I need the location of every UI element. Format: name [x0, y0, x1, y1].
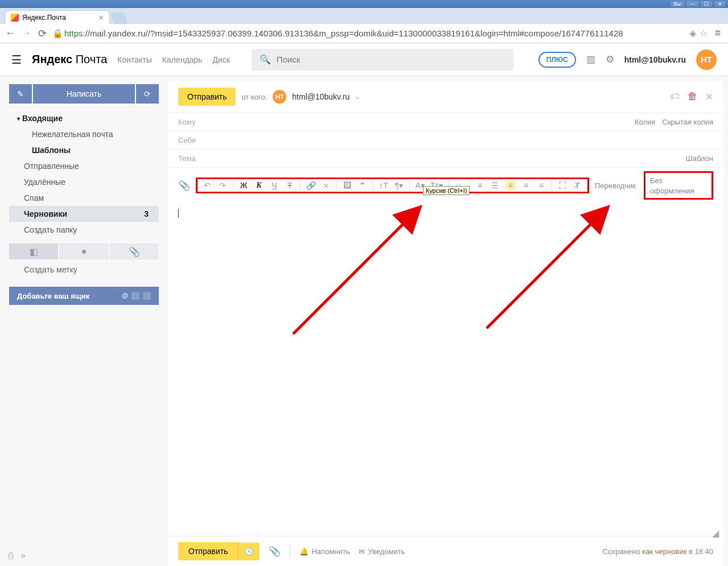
- logo[interactable]: Яндекс Почта: [32, 53, 107, 66]
- folder-deleted[interactable]: Удалённые: [9, 174, 159, 190]
- subject-label: Тема: [178, 154, 196, 163]
- folder-junk[interactable]: Нежелательная почта: [9, 126, 159, 142]
- send-button[interactable]: Отправить: [178, 88, 236, 106]
- align-center-icon[interactable]: ≡: [521, 181, 531, 190]
- lineheight-icon[interactable]: ↕T: [379, 181, 389, 190]
- bold-icon[interactable]: Ж: [238, 181, 249, 190]
- address-bar: ← → ⟳ 🔒 https://mail.yandex.ru//?msid=15…: [0, 24, 728, 43]
- bcc-link[interactable]: Скрытая копия: [662, 118, 713, 126]
- translator-link[interactable]: Переводчик: [595, 181, 636, 190]
- nav-contacts[interactable]: Контакты: [117, 55, 151, 64]
- attach-icon[interactable]: 📎: [178, 180, 190, 192]
- avatar[interactable]: НТ: [696, 49, 717, 70]
- plus-button[interactable]: ПЛЮС: [538, 52, 576, 68]
- folder-templates[interactable]: Шаблоны: [9, 142, 159, 158]
- cc-link[interactable]: Копия: [635, 118, 655, 126]
- italic-icon[interactable]: К: [254, 181, 264, 190]
- back-button[interactable]: ←: [5, 27, 16, 39]
- strike-icon[interactable]: Ŧ: [285, 181, 295, 190]
- user-menu-button[interactable]: Вы: [671, 1, 684, 7]
- nav-disk[interactable]: Диск: [212, 55, 229, 64]
- folder-spam[interactable]: Спам: [9, 190, 159, 206]
- clear-format-icon[interactable]: T̸: [573, 181, 583, 190]
- underline-icon[interactable]: Ч: [269, 181, 279, 190]
- to-label: Кому: [178, 118, 195, 126]
- create-folder[interactable]: Создать папку: [9, 222, 159, 238]
- bulletlist-icon[interactable]: ☰: [490, 181, 500, 190]
- compose-footer: Отправить 🕓 📎 🔔Напомнить ✉Уведомить Сохр…: [168, 536, 723, 566]
- annotation-arrow-2: [475, 197, 618, 340]
- from-email[interactable]: html@10bukv.ru: [292, 92, 349, 101]
- user-email[interactable]: html@10bukv.ru: [624, 55, 686, 64]
- status-bar: ⎙ »: [0, 546, 34, 566]
- browser-menu-icon[interactable]: ≡: [712, 27, 723, 39]
- minimize-button[interactable]: —: [686, 1, 698, 7]
- folder-drafts[interactable]: Черновики 3: [9, 206, 159, 222]
- close-window-button[interactable]: ✕: [714, 1, 726, 7]
- image-icon[interactable]: 🖼: [342, 181, 352, 190]
- send-button-footer[interactable]: Отправить: [178, 542, 238, 560]
- quote-icon[interactable]: ❞: [357, 181, 368, 190]
- bookmark-icon[interactable]: ☆: [700, 28, 708, 39]
- undo-icon[interactable]: ↶: [202, 181, 212, 190]
- extension-icon[interactable]: ◈: [689, 28, 696, 39]
- align-left-icon[interactable]: ≡: [505, 180, 516, 191]
- fullscreen-icon[interactable]: ⛶: [557, 181, 567, 190]
- remind-button[interactable]: 🔔Напомнить: [299, 547, 349, 556]
- notify-button[interactable]: ✉Уведомить: [359, 547, 405, 556]
- url-text: https://mail.yandex.ru//?msid=1543325937…: [64, 28, 623, 38]
- new-tab-button[interactable]: [110, 13, 127, 24]
- services-icon[interactable]: ▥: [586, 53, 595, 65]
- filter-attach-icon[interactable]: 📎: [110, 243, 159, 259]
- close-compose-icon[interactable]: ✕: [705, 91, 713, 103]
- editor-body[interactable]: [168, 203, 723, 536]
- from-dropdown-icon[interactable]: ⌄: [355, 94, 360, 100]
- mailbox-provider-icons: @: [122, 292, 151, 300]
- paragraph-icon[interactable]: ¶▾: [394, 181, 404, 190]
- nav-calendar[interactable]: Календарь: [162, 55, 203, 64]
- template-link[interactable]: Шаблон: [686, 154, 713, 163]
- unlink-icon[interactable]: ⤫: [321, 181, 331, 190]
- no-format-link[interactable]: Без оформления: [650, 176, 694, 195]
- align-right-icon[interactable]: ≡: [536, 181, 546, 190]
- svg-line-3: [487, 209, 606, 328]
- delete-icon[interactable]: 🗑: [688, 91, 697, 102]
- toolbar-row: 📎 ↶ ↷ Ж К Ч Ŧ 🔗 ⤫ 🖼 ❞ ↕T ¶▾ A▾ Tт: [168, 167, 723, 203]
- browser-tab[interactable]: Яндекс.Почта ×: [5, 10, 110, 24]
- compose-icon-button[interactable]: ✎: [9, 84, 32, 104]
- resize-handle[interactable]: ◢: [712, 528, 719, 539]
- attach-footer-icon[interactable]: 📎: [269, 546, 281, 557]
- close-tab-icon[interactable]: ×: [99, 13, 104, 22]
- draft-link[interactable]: как черновик: [642, 547, 686, 556]
- expand-icon[interactable]: »: [20, 551, 26, 561]
- redo-icon[interactable]: ↷: [217, 181, 228, 190]
- to-field[interactable]: Кому Копия Скрытая копия: [168, 113, 723, 131]
- italic-tooltip: Курсив (Ctrl+I): [423, 186, 470, 195]
- pin-icon[interactable]: ⎙: [8, 551, 14, 561]
- filter-flag-icon[interactable]: ◧: [9, 243, 58, 259]
- label-icon[interactable]: 🏷: [670, 91, 680, 102]
- folder-inbox[interactable]: Входящие: [9, 110, 159, 126]
- refresh-button[interactable]: ⟳: [136, 84, 159, 104]
- folder-sent[interactable]: Отправленные: [9, 158, 159, 174]
- browser-tab-bar: Яндекс.Почта ×: [0, 8, 728, 24]
- reload-button[interactable]: ⟳: [36, 27, 48, 40]
- subject-field[interactable]: Тема Шаблон: [168, 149, 723, 167]
- forward-button[interactable]: →: [20, 27, 32, 39]
- folder-list: Входящие Нежелательная почта Шаблоны Отп…: [9, 110, 159, 238]
- filter-dot-icon[interactable]: ●: [59, 243, 108, 259]
- url-input[interactable]: 🔒 https://mail.yandex.ru//?msid=15433259…: [52, 28, 685, 39]
- add-mailbox-button[interactable]: Добавьте ваш ящик @: [9, 287, 159, 305]
- compose-button[interactable]: Написать: [33, 84, 135, 104]
- sidebar: ✎ Написать ⟳ Входящие Нежелательная почт…: [0, 76, 168, 566]
- maximize-button[interactable]: ☐: [701, 1, 712, 7]
- link-icon[interactable]: 🔗: [306, 181, 316, 190]
- hamburger-icon[interactable]: ☰: [11, 53, 22, 67]
- numlist-icon[interactable]: ≡: [475, 181, 485, 190]
- self-field[interactable]: Себе: [168, 131, 723, 149]
- search-input[interactable]: [277, 55, 505, 64]
- schedule-send-icon[interactable]: 🕓: [238, 543, 260, 560]
- settings-icon[interactable]: ⚙: [606, 53, 614, 65]
- create-label[interactable]: Создать метку: [9, 259, 159, 280]
- search-box[interactable]: 🔍: [252, 49, 513, 71]
